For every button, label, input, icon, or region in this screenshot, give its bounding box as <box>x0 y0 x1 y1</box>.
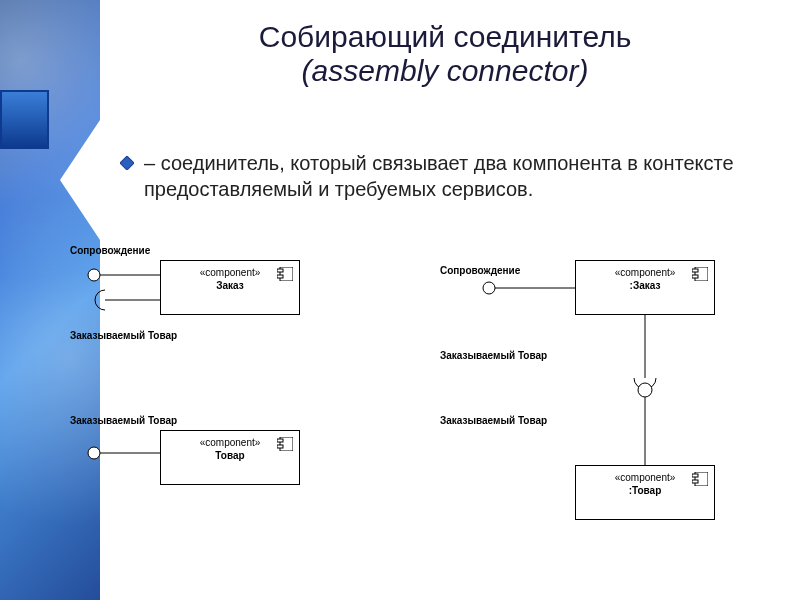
component-name: Товар <box>161 450 299 461</box>
svg-rect-2 <box>277 269 283 272</box>
bullet-text: – соединитель, который связывает два ком… <box>144 150 790 202</box>
component-icon <box>692 267 708 281</box>
svg-rect-0 <box>120 156 134 170</box>
svg-rect-18 <box>692 474 698 477</box>
component-zakaz: «component» Заказ <box>160 260 300 315</box>
required-interface-ordered-good <box>70 260 170 320</box>
slide-title: Собирающий соединитель (assembly connect… <box>100 20 790 88</box>
component-icon <box>692 472 708 486</box>
component-name: Заказ <box>161 280 299 291</box>
svg-rect-13 <box>692 269 698 272</box>
title-line-2: (assembly connector) <box>100 54 790 88</box>
svg-rect-9 <box>277 445 283 448</box>
assembly-connector <box>550 313 750 473</box>
svg-point-11 <box>88 447 100 459</box>
label-ordered-good: Заказываемый Товар <box>440 415 547 426</box>
title-line-1: Собирающий соединитель <box>100 20 790 54</box>
label-ordered-good: Заказываемый Товар <box>70 330 177 341</box>
component-zakaz-instance: «component» :Заказ <box>575 260 715 315</box>
label-ordered-good: Заказываемый Товар <box>70 415 177 426</box>
label-escort: Сопровождение <box>70 245 150 256</box>
provided-interface-escort-right <box>440 270 580 310</box>
svg-rect-14 <box>692 275 698 278</box>
component-name: :Заказ <box>576 280 714 291</box>
svg-rect-19 <box>692 480 698 483</box>
svg-point-21 <box>638 383 652 397</box>
component-icon <box>277 437 293 451</box>
bullet-item: – соединитель, который связывает два ком… <box>120 150 790 202</box>
component-tovar: «component» Товар <box>160 430 300 485</box>
provided-interface-ordered-good <box>70 435 170 475</box>
diamond-bullet-icon <box>120 156 134 170</box>
slide-content: Собирающий соединитель (assembly connect… <box>0 0 800 600</box>
svg-point-16 <box>483 282 495 294</box>
uml-diagram-area: «component» Заказ Сопровождение Заказыва… <box>70 235 790 585</box>
component-icon <box>277 267 293 281</box>
component-tovar-instance: «component» :Товар <box>575 465 715 520</box>
component-name: :Товар <box>576 485 714 496</box>
label-ordered-good: Заказываемый Товар <box>440 350 547 361</box>
svg-rect-3 <box>277 275 283 278</box>
svg-rect-8 <box>277 439 283 442</box>
